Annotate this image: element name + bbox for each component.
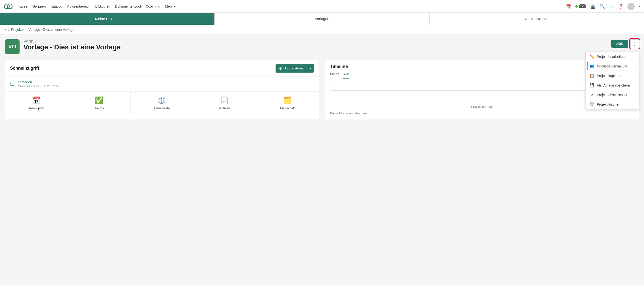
tab-administration[interactable]: Administration	[430, 13, 644, 25]
todos-icon: ✅	[95, 96, 104, 104]
nav-bibliothek[interactable]: Bibliothek	[95, 4, 110, 8]
quick-action-notizen[interactable]: 📄 Notizen	[194, 92, 256, 114]
calendar-icon[interactable]: 📅	[566, 4, 572, 9]
todos-label: To-dos	[94, 106, 104, 110]
project-avatar: VO	[5, 39, 20, 54]
divider-arrow-icon: ▾	[471, 105, 472, 108]
notizen-label: Notizen	[219, 106, 230, 110]
notiz-btn-label: Notiz erstellen	[284, 66, 304, 70]
dropdown-label-members: Mitgliederverwaltung	[597, 64, 628, 68]
svg-point-1	[7, 4, 12, 9]
breadcrumb-projekte[interactable]: Projekte	[11, 28, 24, 32]
more-options-button[interactable]: ⋮	[630, 39, 639, 48]
user-avatar[interactable]	[627, 3, 635, 10]
notiz-dropdown-button[interactable]: ▾	[307, 64, 314, 72]
notiz-arrow-icon: ▾	[310, 66, 312, 70]
divider-line-left	[330, 107, 468, 107]
dropdown-item-close[interactable]: ⊘ Projekt abschliessen	[586, 90, 639, 100]
schnellzugriff-header: Schnellzugriff ⊕ Notiz erstellen ▾	[5, 60, 319, 77]
tab-meine-projekte[interactable]: Meine Projekte	[0, 13, 215, 25]
two-col-layout: Schnellzugriff ⊕ Notiz erstellen ▾ ☐ Lei…	[5, 60, 639, 119]
edit-icon: ✏️	[590, 54, 594, 59]
nav-katalog[interactable]: Katalog	[50, 4, 62, 8]
dropdown-menu: ✏️ Projekt bearbeiten 👥 Mitgliederverwal…	[585, 52, 639, 109]
dropdown-item-members[interactable]: 👥 Mitgliederverwaltung	[586, 61, 639, 71]
entscheide-icon: ⚖️	[158, 96, 166, 104]
delete-icon: 🗑️	[590, 102, 594, 106]
nav-coaching[interactable]: Coaching	[146, 4, 160, 8]
terminplan-label: Terminplan	[28, 106, 44, 110]
leitfaden-icon: ☐	[10, 81, 15, 87]
dropdown-item-delete[interactable]: 🗑️ Projekt löschen	[586, 100, 639, 109]
nav-dokumentenpool[interactable]: Dokumentenpool	[115, 4, 141, 8]
plus-icon: ⊕	[279, 66, 282, 71]
project-title: Vorlage - Dies ist eine Vorlage	[24, 43, 611, 51]
dropdown-label-delete: Projekt löschen	[597, 102, 620, 106]
project-label: Vorlage	[24, 39, 611, 43]
dropdown-label-close: Projekt abschliessen	[597, 93, 628, 97]
help-icon[interactable]: ❓	[618, 4, 624, 9]
nav-mehr[interactable]: Mehr ▾	[165, 4, 176, 8]
dropdown-label-edit: Projekt bearbeiten	[597, 55, 625, 59]
dropdown-item-save-template[interactable]: 💾 Als Vorlage speichern	[586, 80, 639, 90]
breadcrumb-back-arrow[interactable]: ‹	[5, 28, 6, 32]
tab-vorlagen[interactable]: Vorlagen	[215, 13, 429, 25]
quick-action-terminplan[interactable]: 📅 Terminplan	[5, 92, 68, 114]
timeline-tab-meine[interactable]: Meine	[330, 72, 339, 79]
save-template-icon: 💾	[590, 83, 594, 88]
nav-right: 📅 0/0 🖨️ 🔍 ✉️ ❓ ▾	[566, 3, 640, 10]
notiz-erstellen-button[interactable]: ⊕ Notiz erstellen	[276, 64, 307, 72]
terminplan-icon: 📅	[32, 96, 40, 104]
schnellzugriff-card: Schnellzugriff ⊕ Notiz erstellen ▾ ☐ Lei…	[5, 60, 319, 119]
quick-action-entscheide[interactable]: ⚖️ Entscheide	[130, 92, 194, 114]
main-content: VO Vorlage Vorlage - Dies ist eine Vorla…	[0, 34, 644, 124]
logo[interactable]	[4, 2, 13, 11]
members-icon: 👥	[590, 64, 594, 68]
nav-kurse[interactable]: Kurse	[18, 4, 28, 8]
mail-icon[interactable]: ✉️	[609, 4, 614, 9]
status-indicator: 0/0	[575, 4, 586, 8]
user-chevron-icon[interactable]: ▾	[638, 5, 640, 8]
dropdown-item-copy[interactable]: 📋 Projekt kopieren	[586, 71, 639, 80]
nav-links: Kurse Gruppen Katalog Autorenbereich Bib…	[18, 4, 560, 8]
status-badge: 0/0	[579, 4, 586, 8]
print-icon[interactable]: 🖨️	[590, 4, 596, 9]
entscheide-label: Entscheide	[154, 106, 170, 110]
timeline-title: Timeline	[330, 64, 348, 69]
status-dot	[575, 5, 578, 8]
dropdown-item-edit[interactable]: ✏️ Projekt bearbeiten	[586, 52, 639, 61]
nav-autorenbereich[interactable]: Autorenbereich	[67, 4, 90, 8]
timeline-tab-alle[interactable]: Alle	[343, 72, 349, 79]
leitfaden-item: ☐ Leitfaden Geändert am 29.06.2023, 14:5…	[5, 77, 319, 92]
search-icon[interactable]: 🔍	[600, 4, 605, 9]
top-navigation: Kurse Gruppen Katalog Autorenbereich Bib…	[0, 0, 644, 13]
close-project-icon: ⊘	[590, 92, 594, 97]
aktiv-button[interactable]: Aktiv	[611, 40, 628, 48]
dropdown-label-save-template: Als Vorlage speichern	[597, 83, 630, 87]
breadcrumb-sep-2: /	[26, 28, 27, 32]
quick-actions: 📅 Terminplan ✅ To-dos ⚖️ Entscheide 📄 No…	[5, 92, 319, 114]
breadcrumb-current: Vorlage - Dies ist eine Vorlage	[28, 28, 74, 32]
notiz-btn-group: ⊕ Notiz erstellen ▾	[276, 64, 314, 72]
divider-label: ▾ Nächste 7 Tage	[471, 105, 494, 108]
mediathek-label: Mediathek	[280, 106, 295, 110]
project-header: VO Vorlage Vorlage - Dies ist eine Vorla…	[5, 39, 639, 54]
breadcrumb: ‹ / Projekte / Vorlage - Dies ist eine V…	[0, 25, 644, 34]
notizen-icon: 📄	[220, 96, 229, 104]
leitfaden-info: Leitfaden Geändert am 29.06.2023, 14:58	[18, 80, 60, 88]
quick-action-mediathek[interactable]: 🗂️ Mediathek	[256, 92, 319, 114]
breadcrumb-sep-1: /	[8, 28, 9, 32]
schnellzugriff-title: Schnellzugriff	[10, 66, 39, 71]
project-info: Vorlage Vorlage - Dies ist eine Vorlage	[24, 39, 611, 51]
project-actions: Aktiv ⋮ ✏️ Projekt bearbeiten 👥 Mitglied…	[611, 39, 639, 48]
tab-bar: Meine Projekte Vorlagen Administration	[0, 13, 644, 25]
dropdown-label-copy: Projekt kopieren	[597, 74, 622, 78]
timeline-search-input[interactable]	[330, 94, 624, 101]
leitfaden-title[interactable]: Leitfaden	[18, 80, 60, 84]
leitfaden-meta: Geändert am 29.06.2023, 14:58	[18, 84, 60, 88]
quick-action-todos[interactable]: ✅ To-dos	[68, 92, 131, 114]
mediathek-icon: 🗂️	[283, 96, 292, 104]
copy-icon: 📋	[590, 73, 594, 78]
timeline-empty-message: Keine Einträge vorhanden	[330, 112, 634, 115]
nav-gruppen[interactable]: Gruppen	[32, 4, 46, 8]
